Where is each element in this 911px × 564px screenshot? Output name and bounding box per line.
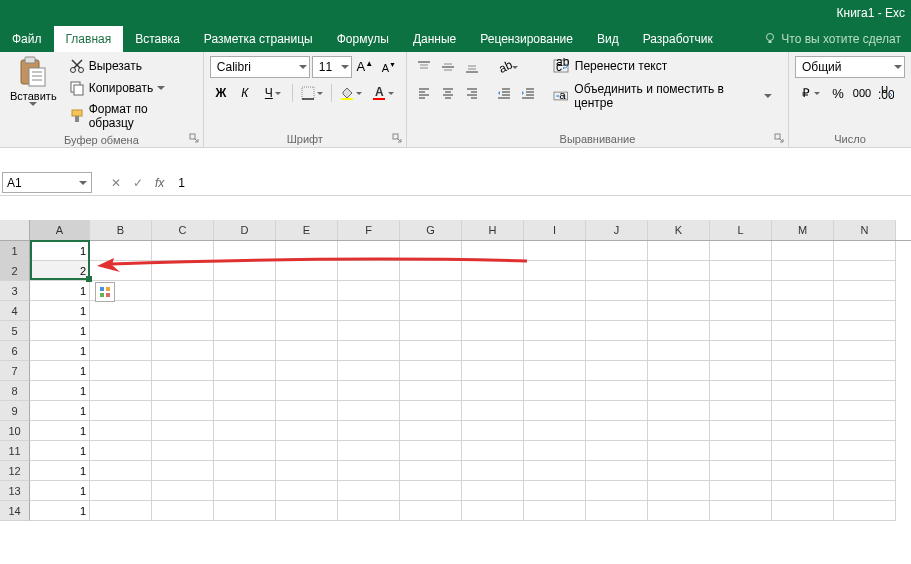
cell-K2[interactable]	[648, 261, 710, 281]
orientation-button[interactable]: ab	[493, 56, 523, 78]
column-header-A[interactable]: A	[30, 220, 90, 240]
cell-N13[interactable]	[834, 481, 896, 501]
row-header-3[interactable]: 3	[0, 281, 30, 301]
cell-B8[interactable]	[90, 381, 152, 401]
cell-I9[interactable]	[524, 401, 586, 421]
cell-K5[interactable]	[648, 321, 710, 341]
align-middle-button[interactable]	[437, 56, 459, 78]
italic-button[interactable]: К	[234, 82, 256, 104]
cell-B13[interactable]	[90, 481, 152, 501]
cell-G14[interactable]	[400, 501, 462, 521]
cell-N4[interactable]	[834, 301, 896, 321]
cell-F9[interactable]	[338, 401, 400, 421]
cell-F12[interactable]	[338, 461, 400, 481]
row-header-4[interactable]: 4	[0, 301, 30, 321]
font-dialog-launcher[interactable]	[390, 131, 404, 145]
tab-file[interactable]: Файл	[0, 26, 54, 52]
column-header-C[interactable]: C	[152, 220, 214, 240]
cell-C13[interactable]	[152, 481, 214, 501]
cell-I14[interactable]	[524, 501, 586, 521]
cell-C10[interactable]	[152, 421, 214, 441]
font-size-combo[interactable]: 11	[312, 56, 352, 78]
cell-A6[interactable]: 1	[30, 341, 90, 361]
cell-K11[interactable]	[648, 441, 710, 461]
cell-F13[interactable]	[338, 481, 400, 501]
copy-button[interactable]: Копировать	[65, 78, 197, 98]
align-right-button[interactable]	[461, 82, 483, 104]
cell-H6[interactable]	[462, 341, 524, 361]
cell-F10[interactable]	[338, 421, 400, 441]
cell-F7[interactable]	[338, 361, 400, 381]
cell-B1[interactable]	[90, 241, 152, 261]
cell-A10[interactable]: 1	[30, 421, 90, 441]
clipboard-dialog-launcher[interactable]	[187, 131, 201, 145]
cell-D3[interactable]	[214, 281, 276, 301]
tell-me-search[interactable]: Что вы хотите сделат	[753, 26, 911, 52]
cell-M1[interactable]	[772, 241, 834, 261]
cell-C12[interactable]	[152, 461, 214, 481]
cell-J13[interactable]	[586, 481, 648, 501]
cell-I11[interactable]	[524, 441, 586, 461]
cell-M8[interactable]	[772, 381, 834, 401]
cell-A8[interactable]: 1	[30, 381, 90, 401]
cell-C14[interactable]	[152, 501, 214, 521]
cell-E7[interactable]	[276, 361, 338, 381]
cell-B12[interactable]	[90, 461, 152, 481]
accounting-format-button[interactable]: ₽	[795, 82, 825, 104]
font-color-button[interactable]: A	[368, 82, 398, 104]
cell-G6[interactable]	[400, 341, 462, 361]
cell-C2[interactable]	[152, 261, 214, 281]
cell-C8[interactable]	[152, 381, 214, 401]
cell-H4[interactable]	[462, 301, 524, 321]
cell-C3[interactable]	[152, 281, 214, 301]
cell-G10[interactable]	[400, 421, 462, 441]
cell-I1[interactable]	[524, 241, 586, 261]
cell-H2[interactable]	[462, 261, 524, 281]
cell-A9[interactable]: 1	[30, 401, 90, 421]
cell-H12[interactable]	[462, 461, 524, 481]
cell-C4[interactable]	[152, 301, 214, 321]
cell-J4[interactable]	[586, 301, 648, 321]
cell-H9[interactable]	[462, 401, 524, 421]
column-header-L[interactable]: L	[710, 220, 772, 240]
cell-L1[interactable]	[710, 241, 772, 261]
decrease-font-button[interactable]: A▼	[378, 56, 400, 78]
cell-C5[interactable]	[152, 321, 214, 341]
cell-B2[interactable]	[90, 261, 152, 281]
cell-L5[interactable]	[710, 321, 772, 341]
cell-G9[interactable]	[400, 401, 462, 421]
cell-B10[interactable]	[90, 421, 152, 441]
cell-M4[interactable]	[772, 301, 834, 321]
paste-button[interactable]: Вставить	[6, 54, 61, 108]
cell-N9[interactable]	[834, 401, 896, 421]
cell-H7[interactable]	[462, 361, 524, 381]
underline-button[interactable]: Ч	[258, 82, 288, 104]
cell-G13[interactable]	[400, 481, 462, 501]
row-header-9[interactable]: 9	[0, 401, 30, 421]
cell-L12[interactable]	[710, 461, 772, 481]
cell-I6[interactable]	[524, 341, 586, 361]
cell-F8[interactable]	[338, 381, 400, 401]
percent-button[interactable]: %	[827, 82, 849, 104]
cell-A1[interactable]: 1	[30, 241, 90, 261]
cell-J1[interactable]	[586, 241, 648, 261]
cell-E5[interactable]	[276, 321, 338, 341]
cell-E1[interactable]	[276, 241, 338, 261]
cell-K12[interactable]	[648, 461, 710, 481]
cell-G2[interactable]	[400, 261, 462, 281]
tab-data[interactable]: Данные	[401, 26, 468, 52]
cell-N11[interactable]	[834, 441, 896, 461]
alignment-dialog-launcher[interactable]	[772, 131, 786, 145]
cell-M10[interactable]	[772, 421, 834, 441]
cell-L14[interactable]	[710, 501, 772, 521]
cell-B14[interactable]	[90, 501, 152, 521]
increase-font-button[interactable]: A▲	[354, 56, 376, 78]
column-header-J[interactable]: J	[586, 220, 648, 240]
cell-N7[interactable]	[834, 361, 896, 381]
cell-K8[interactable]	[648, 381, 710, 401]
row-header-11[interactable]: 11	[0, 441, 30, 461]
cell-L11[interactable]	[710, 441, 772, 461]
autofill-options-button[interactable]	[95, 282, 115, 302]
cell-C7[interactable]	[152, 361, 214, 381]
tab-review[interactable]: Рецензирование	[468, 26, 585, 52]
